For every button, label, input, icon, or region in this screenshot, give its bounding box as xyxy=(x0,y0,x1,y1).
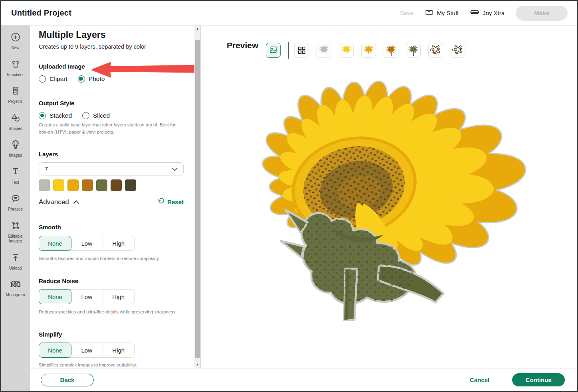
thumbnail-layer-4[interactable] xyxy=(384,43,398,58)
chevron-up-icon xyxy=(73,198,79,206)
layer-swatch-4[interactable] xyxy=(82,179,93,191)
layers-label: Layers xyxy=(39,151,58,158)
sidebar-item-phrases[interactable]: Phrases xyxy=(1,193,30,212)
smooth-segment-control: None Low High xyxy=(39,236,135,251)
radio-photo[interactable]: Photo xyxy=(78,75,105,83)
reduce-noise-description: Reduces speckles and ultra-fine details … xyxy=(39,309,182,316)
continue-button[interactable]: Continue xyxy=(512,373,565,386)
annotation-arrow xyxy=(91,61,201,79)
simplify-label: Simplify xyxy=(39,331,62,338)
preview-label: Preview xyxy=(227,41,258,50)
layer-swatch-7[interactable] xyxy=(125,179,136,191)
sidebar-item-images[interactable]: Images xyxy=(1,140,30,158)
image-icon xyxy=(269,45,277,55)
layer-swatch-6[interactable] xyxy=(111,179,122,191)
simplify-none-button[interactable]: None xyxy=(39,343,71,358)
scrollbar-thumb[interactable] xyxy=(195,40,200,358)
radio-clipart[interactable]: Clipart xyxy=(39,75,67,83)
my-stuff-button[interactable]: My Stuff xyxy=(425,8,459,18)
thumbnail-layer-2[interactable] xyxy=(339,43,354,58)
simplify-low-button[interactable]: Low xyxy=(71,343,103,357)
save-button[interactable]: Save xyxy=(400,10,414,16)
reduce-noise-none-button[interactable]: None xyxy=(39,289,71,304)
advanced-toggle[interactable]: Advanced xyxy=(39,198,79,206)
cutting-machine-icon xyxy=(470,8,479,18)
make-button[interactable]: Make xyxy=(516,6,568,21)
layer-swatch-5[interactable] xyxy=(96,179,107,191)
radio-sliced[interactable]: Sliced xyxy=(82,112,110,119)
reduce-noise-segment-control: None Low High xyxy=(39,289,135,304)
smooth-low-button[interactable]: Low xyxy=(71,236,103,250)
machine-select-button[interactable]: Joy Xtra xyxy=(470,8,505,18)
text-icon: T xyxy=(10,167,21,179)
upload-icon xyxy=(10,252,21,264)
reduce-noise-high-button[interactable]: High xyxy=(103,290,134,304)
thumbnail-divider xyxy=(288,42,289,59)
back-button[interactable]: Back xyxy=(41,374,94,386)
thumbnail-layer-3[interactable] xyxy=(361,43,376,58)
thumbnail-layer-5[interactable] xyxy=(406,43,421,58)
layer-swatches xyxy=(39,179,136,191)
app-window: Untitled Project Save My Stuff Joy Xtra … xyxy=(0,0,578,392)
radio-sliced-circle[interactable] xyxy=(82,112,89,119)
shapes-icon xyxy=(10,113,21,125)
reduce-noise-label: Reduce Noise xyxy=(39,278,78,284)
bezier-nodes-icon xyxy=(10,221,21,232)
radio-stacked[interactable]: Stacked xyxy=(39,112,72,119)
inbox-icon xyxy=(425,8,434,18)
reset-undo-icon xyxy=(157,198,164,206)
sidebar-item-shapes[interactable]: Shapes xyxy=(1,113,30,132)
layer-thumbnails xyxy=(294,43,465,58)
bottom-bar: Back Cancel Continue xyxy=(30,368,577,391)
layers-count-select[interactable]: 7 xyxy=(39,162,184,175)
sidebar-item-editable-images[interactable]: Editable Images xyxy=(1,221,30,244)
cancel-button[interactable]: Cancel xyxy=(470,376,489,383)
output-style-description: Creates a solid base layer that other la… xyxy=(39,122,182,136)
sidebar-item-text[interactable]: T Text xyxy=(1,167,30,185)
svg-text:MG: MG xyxy=(10,282,21,288)
reduce-noise-low-button[interactable]: Low xyxy=(71,290,103,304)
reset-button[interactable]: Reset xyxy=(157,198,184,206)
thumbnail-layer-7[interactable] xyxy=(451,43,465,58)
radio-stacked-circle[interactable] xyxy=(39,112,46,119)
smooth-high-button[interactable]: High xyxy=(103,236,134,250)
project-title[interactable]: Untitled Project xyxy=(11,8,71,18)
scrollbar-down-arrow[interactable]: ▼ xyxy=(194,361,200,368)
panel-scrollbar[interactable]: ▲ ▼ xyxy=(194,26,200,368)
sidebar-item-upload[interactable]: Upload xyxy=(1,252,30,271)
preview-original-button[interactable] xyxy=(266,43,281,58)
panel-title: Multiple Layers xyxy=(39,30,105,40)
smooth-description: Smooths textures and rounds borders to r… xyxy=(39,255,182,262)
radio-clipart-circle[interactable] xyxy=(39,75,46,83)
sidebar-item-templates[interactable]: Templates xyxy=(1,59,30,78)
thumbnail-layer-6[interactable] xyxy=(428,43,443,58)
chevron-down-icon xyxy=(172,166,178,172)
scrollbar-up-arrow[interactable]: ▲ xyxy=(194,26,200,32)
sidebar-item-new[interactable]: New xyxy=(1,32,30,51)
simplify-high-button[interactable]: High xyxy=(103,343,134,357)
speech-bubble-icon xyxy=(10,193,21,205)
multiple-layers-panel: Multiple Layers Creates up to 9 layers, … xyxy=(30,26,201,368)
thumbnail-all-layers-grid[interactable] xyxy=(294,43,309,58)
plus-circle-icon xyxy=(10,32,21,44)
tshirt-icon xyxy=(10,59,21,71)
layer-swatch-1[interactable] xyxy=(39,179,50,191)
simplify-segment-control: None Low High xyxy=(39,343,135,358)
sunflower-preview-image xyxy=(247,78,527,325)
smooth-none-button[interactable]: None xyxy=(39,236,71,251)
layer-swatch-3[interactable] xyxy=(67,179,79,191)
sidebar-item-projects[interactable]: Projects xyxy=(1,86,30,104)
uploaded-image-label: Uploaded Image xyxy=(39,63,85,70)
project-card-icon xyxy=(10,86,21,98)
hot-air-balloon-icon xyxy=(10,140,21,152)
radio-photo-circle[interactable] xyxy=(78,75,85,83)
output-style-label: Output Style xyxy=(39,100,74,106)
panel-subtitle: Creates up to 9 layers, separated by col… xyxy=(39,43,146,50)
layer-swatch-2[interactable] xyxy=(53,179,64,191)
top-bar: Untitled Project Save My Stuff Joy Xtra … xyxy=(1,1,577,26)
layers-count-value: 7 xyxy=(45,166,48,172)
grid-icon xyxy=(298,46,306,54)
monogram-icon: MG xyxy=(10,279,21,291)
sidebar-item-monogram[interactable]: MG Monogram xyxy=(1,279,30,298)
thumbnail-layer-1[interactable] xyxy=(317,43,331,58)
